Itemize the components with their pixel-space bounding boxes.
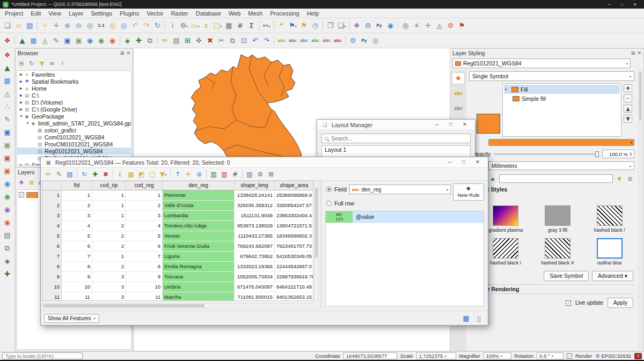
save-project-icon[interactable]: ▤ [24, 20, 35, 31]
layer-visibility-checkbox[interactable]: ✓ [19, 192, 24, 197]
zoom-to-layer-icon[interactable]: ◎ [118, 20, 129, 31]
new-shapefile-icon[interactable]: ✚ [133, 35, 144, 46]
pan-to-selected-icon[interactable]: ✛ [183, 169, 194, 180]
new-shapefile-layer-icon[interactable]: ✚ [2, 268, 13, 279]
refresh-browser-icon[interactable]: ↻ [27, 58, 36, 68]
cell-shape_leng[interactable]: 1552005.73934 [235, 272, 275, 282]
cell-fid[interactable]: 3 [62, 211, 92, 221]
table-view-toggle-icon[interactable]: ▦ [460, 313, 472, 324]
save-symbol-button[interactable]: Save Symbol [544, 271, 589, 281]
close-panel-icon[interactable]: ✕ [126, 50, 130, 56]
add-virtual-layer-icon[interactable]: ⧉ [2, 242, 13, 254]
row-number[interactable]: 6 [42, 241, 62, 252]
delete-selected-icon[interactable]: ✖ [204, 35, 216, 46]
cell-fid[interactable]: 7 [62, 252, 92, 262]
locator-search-input[interactable] [2, 352, 83, 359]
browser-item-spatial-bookmarks[interactable]: ▶⚑Spatial Bookmarks [17, 78, 131, 85]
column-header-shape_leng[interactable]: shape_leng [235, 181, 275, 190]
expander-icon[interactable]: ▾ [505, 87, 509, 92]
browser-item-reg01012021-wgs84[interactable]: ▧Reg01012021_WGS84 [17, 148, 131, 154]
run-feature-action-icon[interactable]: ⚙▾ [178, 20, 189, 31]
zoom-to-selected-icon[interactable]: ⊕ [194, 169, 204, 180]
add-vector-layer-icon[interactable]: ▲ [17, 35, 28, 46]
mesh-calculator-icon[interactable]: ◬ [434, 20, 445, 31]
new-virtual-layer-icon[interactable]: ⧉ [144, 35, 156, 46]
cell-shape_area[interactable]: 22444542667.0 [275, 262, 313, 272]
zoom-to-selection-icon[interactable]: ◎ [107, 20, 118, 31]
cell-cod_reg[interactable]: 11 [126, 292, 163, 301]
style-group-project-styles[interactable]: Project Styles [469, 186, 634, 194]
row-number[interactable]: 9 [42, 272, 62, 282]
layout-list-item[interactable]: Layout 1 [322, 146, 470, 154]
open-data-source-manager-icon[interactable]: ❖ [2, 35, 13, 46]
toggle-editing-icon[interactable]: ✏ [43, 169, 54, 180]
row-number[interactable]: 11 [42, 292, 62, 301]
zoom-in-icon[interactable]: ⊕ [62, 20, 73, 31]
column-header-cod_rip[interactable]: cod_rip [92, 181, 126, 190]
style-search-input[interactable] [499, 174, 613, 183]
refresh-map-icon[interactable]: ↻ [152, 20, 163, 31]
cell-den_reg[interactable]: Toscana [163, 272, 235, 282]
processing-toolbox-2-icon[interactable]: ⚙ [347, 35, 358, 46]
add-point-cloud-layer-icon[interactable]: ∴ [2, 101, 13, 112]
symbol-tree-item-fill[interactable]: ▾ Fill [504, 85, 620, 94]
row-number[interactable]: 5 [42, 231, 62, 241]
style-item-hashed-black-[interactable]: hashed black / [584, 205, 634, 233]
cell-shape_area[interactable]: 9401352653.15 [275, 292, 313, 301]
symbol-tree-item-simple-fill[interactable]: Simple fill [504, 94, 620, 103]
add-spatialite-layer-rail-icon[interactable]: ▣ [2, 139, 13, 151]
georeferencer-icon[interactable]: ✛ [422, 20, 434, 31]
move-symbol-layer-up-icon[interactable]: ▲ [624, 105, 632, 113]
save-layer-edits-icon[interactable]: ▤ [171, 35, 182, 46]
expander-icon[interactable]: ▶ [19, 100, 24, 105]
browser-item-com01012021-wgs84[interactable]: ▧Com01012021_WGS84 [17, 134, 131, 141]
minimize-button[interactable]: ─ [603, 1, 616, 9]
maximize-button[interactable]: □ [457, 158, 471, 166]
rotation-spinbox[interactable]: 0.0 °▾ [537, 352, 564, 359]
cell-shape_area[interactable]: 13604721571.5 [275, 221, 313, 231]
new-geopackage-layer-icon[interactable]: ◈ [2, 255, 13, 267]
browser-item-geopackage[interactable]: ▼◈GeoPackage [17, 113, 131, 120]
cell-shape_leng[interactable]: 769243.682097 [235, 241, 275, 252]
vertex-tool-icon[interactable]: ✜ [193, 35, 204, 46]
opacity-slider[interactable] [494, 153, 599, 155]
add-wfs-layer-icon[interactable]: ◉ [96, 35, 107, 46]
add-spatialite-layer-icon[interactable]: ▣ [73, 35, 84, 46]
expander-icon[interactable]: ▶ [19, 107, 24, 112]
cell-shape_area[interactable]: 3260854247.67 [275, 201, 313, 211]
menu-help[interactable]: Help [303, 10, 323, 17]
add-wcs-layer-icon[interactable]: ◉ [2, 191, 13, 202]
undo-icon[interactable]: ↶ [250, 35, 261, 46]
menu-database[interactable]: Database [192, 10, 225, 17]
add-symbol-layer-icon[interactable]: ✚ [624, 84, 632, 92]
style-group-default[interactable]: Default [469, 194, 634, 202]
add-xyz-layer-icon[interactable]: ◉ [107, 35, 118, 46]
menu-settings[interactable]: Settings [87, 10, 116, 17]
expander-icon[interactable]: ▼ [19, 114, 24, 118]
add-raster-layer-icon[interactable]: ▦ [28, 35, 39, 46]
add-delimited-text-layer-icon[interactable]: ✎ [50, 35, 62, 46]
cell-fid[interactable]: 1 [62, 190, 92, 201]
delete-field-icon[interactable]: ▥ [219, 169, 230, 180]
labels-tab-icon[interactable]: abc [452, 87, 465, 99]
move-selection-to-top-icon[interactable]: ↑ [172, 169, 183, 180]
cell-fid[interactable]: 5 [62, 231, 92, 241]
add-vector-tile-layer-icon[interactable]: ▤ [2, 230, 13, 241]
browser-properties-icon[interactable]: i [57, 58, 67, 68]
cell-cod_reg[interactable]: 1 [126, 190, 163, 201]
condition-field-selector[interactable]: abc den_reg ▾ [349, 185, 451, 194]
label-rotate-icon[interactable]: abc [321, 35, 332, 46]
zoom-out-icon[interactable]: ⊖ [73, 20, 84, 31]
cell-den_reg[interactable]: Friuli Venezia Giulia [163, 241, 235, 252]
plugin-manager-icon[interactable]: ⚙ [445, 20, 456, 31]
cell-cod_rip[interactable]: 1 [92, 211, 126, 221]
reload-table-icon[interactable]: ↻ [79, 169, 90, 180]
layout-search-box[interactable] [321, 134, 471, 143]
layout-search-input[interactable] [331, 136, 467, 142]
cut-features-icon[interactable]: ✂ [216, 35, 227, 46]
cell-shape_leng[interactable]: 1110433.27385 [235, 231, 275, 241]
add-group-icon[interactable]: ⊞ [27, 178, 36, 187]
copy-features-icon[interactable]: ⧉ [227, 35, 238, 46]
actions-icon[interactable]: ⚙ [255, 169, 266, 180]
redo-icon[interactable]: ↷ [261, 35, 272, 46]
